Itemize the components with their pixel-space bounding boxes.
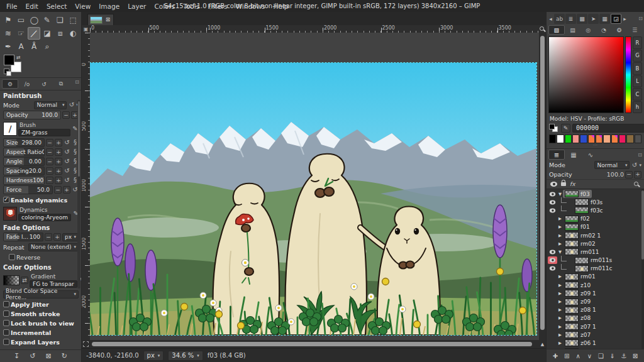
smooth-stroke-checkbox[interactable] [3,310,9,317]
spacing-reset-icon[interactable]: ↺ [64,168,70,174]
layer-visibility-toggle[interactable] [548,323,557,331]
channel-button-c[interactable]: C [633,88,642,101]
expand-layers-row[interactable]: Expand Layers [3,337,79,346]
layer-expander-icon[interactable]: ▶ [557,315,563,321]
layer-visibility-toggle[interactable] [548,298,557,305]
layer-expander-icon[interactable]: ▶ [557,224,563,229]
vertical-scrollbar[interactable] [539,33,546,340]
palette-swatch-10[interactable] [626,134,633,143]
spacing-decrease-button[interactable]: − [46,167,53,175]
aspect-ratio-increase-button[interactable]: + [55,148,62,156]
lock-brush-to-view-row[interactable]: Lock brush to view [3,319,79,327]
smooth-stroke-row[interactable]: Smooth stroke [3,309,79,318]
menu-edit[interactable]: Edit [22,2,42,11]
close-tab-icon[interactable]: ⊠ [104,16,111,23]
layer-row-f02[interactable]: ▶f02 [547,215,644,223]
opacity-decrease-button[interactable]: − [62,111,70,119]
layer-row-z08[interactable]: ▶z08 [547,314,644,322]
paths-tool[interactable]: ✎ [41,14,53,26]
layer-row-z09-1[interactable]: ▶z09 1 [547,289,644,297]
duplicate-layer-button[interactable]: ❏ [597,353,606,359]
paintbrush-tool[interactable]: ／ [28,27,40,40]
angle-slider[interactable]: Angle0.00 [3,157,45,166]
palette-swatch-7[interactable] [603,134,610,143]
fg-bg-mini-swatches[interactable] [549,124,559,133]
layer-row-f03[interactable]: ▼f03 [547,190,644,198]
layer-row-f01[interactable]: ▶f01 [547,223,644,231]
force-decrease-button[interactable]: − [54,186,62,194]
layer-row-rm011[interactable]: ▼rm011 [547,248,644,256]
rectangle-select-tool[interactable]: ▭ [15,14,28,26]
palette-swatch-5[interactable] [588,134,595,143]
dynamics-thumbnail[interactable] [3,207,17,221]
reverse-checkbox[interactable] [9,254,15,260]
dock-menu-icon[interactable]: ⊡ [75,79,79,89]
tab-device-status[interactable]: /o [19,79,35,89]
mode-history-button[interactable]: ↺ [68,102,75,108]
layer-expander-icon[interactable]: ▶ [557,332,563,337]
opacity-slider[interactable]: Opacity 100.0 [3,111,61,119]
layer-visibility-toggle[interactable] [548,273,557,280]
tab-undo-history[interactable]: ↺ [36,79,52,89]
enable-dynamics-row[interactable]: Enable dynamics [3,195,79,204]
layer-row-z10[interactable]: ▶z10 [547,281,644,289]
menu-image[interactable]: Image [95,2,123,11]
swap-colors-icon[interactable]: ⇄ [16,55,21,60]
dock-resize-handle[interactable]: ⋯ [547,144,644,148]
dock-scroll-left-icon[interactable]: ◂ [548,14,553,24]
enable-dynamics-checkbox[interactable] [3,197,9,203]
free-select-tool[interactable]: ◯ [28,14,40,26]
apply-jitter-checkbox[interactable] [3,301,9,307]
layer-row-rm01[interactable]: ▶rm01 [547,273,644,281]
vertical-scrollbar-thumb[interactable] [540,36,545,330]
hue-strip[interactable] [625,36,631,113]
menu-view[interactable]: View [71,2,94,11]
save-tool-preset-button[interactable]: ↧ [14,352,19,360]
expand-layers-checkbox[interactable] [3,339,9,345]
vertical-ruler[interactable]: 0500100015002000 [82,33,90,340]
merge-layer-button[interactable]: ⇓ [608,353,617,359]
size-increase-button[interactable]: + [55,139,62,146]
edit-color-button[interactable]: ✎ [561,124,570,133]
new-layer-button[interactable]: ✚ [551,353,560,359]
layer-row-rm011s[interactable]: rm011s [547,256,644,265]
horizontal-ruler[interactable]: 0500100015002000250030003500 [90,25,539,33]
hardness-reset-icon[interactable]: ↺ [64,177,70,184]
fg-bg-color-widget[interactable]: ⇄ [4,55,29,76]
visibility-filter-icon[interactable] [550,182,557,187]
lower-layer-button[interactable]: ∨ [585,353,594,359]
reset-tool-options-button[interactable]: ↻ [62,352,67,360]
dodge-burn-tool[interactable]: ◐ [67,27,79,40]
saturation-value-square[interactable] [548,36,624,113]
dock-tab-palettes[interactable]: ▦ [599,14,610,24]
hardness-decrease-button[interactable]: − [46,177,53,184]
layer-visibility-icon[interactable] [548,207,557,214]
warp-tool[interactable]: ≋ [2,27,14,40]
palette-swatch-8[interactable] [611,134,618,143]
angle-reset-icon[interactable]: ↺ [64,158,70,165]
layer-visibility-icon[interactable] [548,199,557,206]
delete-layer-button[interactable]: ⊠ [631,353,640,359]
canvas-viewport[interactable] [90,33,539,340]
dock-tab-gradients[interactable]: ◲ [611,14,621,24]
layer-visibility-icon[interactable] [548,256,557,264]
brush-thumbnail[interactable]: ∕ [3,122,17,136]
search-layers-icon[interactable] [633,181,640,188]
layer-opacity-increase-button[interactable]: + [634,171,641,178]
palette-swatch-3[interactable] [572,134,579,143]
tab-paths[interactable]: ∿ [582,150,599,160]
aspect-ratio-decrease-button[interactable]: − [46,148,53,156]
layer-list-scrollbar[interactable] [641,189,644,349]
layer-expander-icon[interactable]: ▶ [557,324,563,329]
color-selector-wheel[interactable]: ◔ [596,25,611,35]
anchor-layer-button[interactable]: ⚓ [619,353,628,359]
layer-row-f03s[interactable]: f03s [547,198,644,206]
layer-visibility-toggle[interactable] [548,232,557,239]
layer-expander-icon[interactable]: ▶ [557,241,563,246]
spacing-increase-button[interactable]: + [55,167,62,175]
zoom-tool[interactable]: ⌕ [41,40,53,53]
palette-swatch-1[interactable] [557,134,564,143]
smudge-tool[interactable]: ☞ [15,27,28,40]
zoom-corner-icon[interactable] [539,25,546,33]
ruler-corner-icon[interactable]: ▣ [82,25,90,33]
